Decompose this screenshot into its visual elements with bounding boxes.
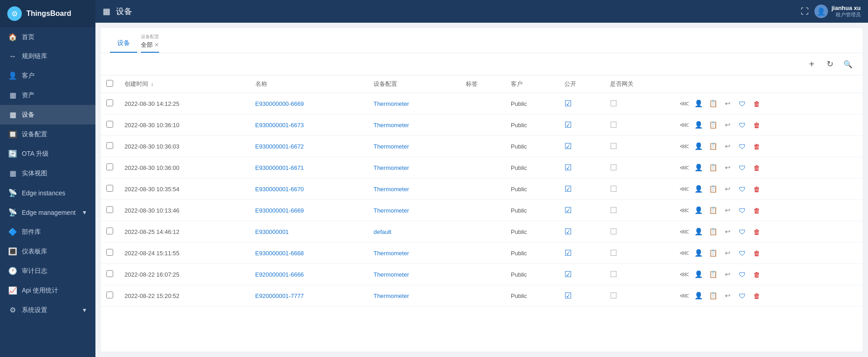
cell-device-config[interactable]: Thermometer (368, 243, 460, 264)
cell-device-name[interactable]: E930000001-6669 (250, 200, 368, 221)
user-menu[interactable]: 👤 jianhua xu 租户管理员 (814, 5, 861, 18)
row-checkbox[interactable] (106, 164, 113, 170)
sidebar-item-customers[interactable]: 👤 客户 (0, 66, 95, 85)
check-connectivity-icon[interactable]: ↩ (722, 290, 734, 302)
sidebar-item-assets[interactable]: ▦ 资产 (0, 85, 95, 105)
delete-icon[interactable]: 🗑 (751, 290, 763, 302)
share-icon[interactable]: ⋘ (678, 140, 690, 152)
assign-customer-icon[interactable]: 👤 (693, 268, 705, 280)
share-icon[interactable]: ⋘ (678, 183, 690, 195)
delete-icon[interactable]: 🗑 (751, 119, 763, 131)
row-checkbox[interactable] (106, 142, 113, 149)
delete-icon[interactable]: 🗑 (751, 268, 763, 280)
sidebar-logo[interactable]: ⚙ ThingsBoard (0, 0, 95, 27)
assign-customer-icon[interactable]: 👤 (693, 140, 705, 152)
sidebar-item-settings[interactable]: ⚙ 系统设置 ▼ (0, 300, 95, 320)
copy-credentials-icon[interactable]: 📋 (708, 140, 719, 152)
cell-device-config[interactable]: Thermometer (368, 200, 460, 221)
manage-credentials-icon[interactable]: 🛡 (737, 162, 748, 174)
cell-device-name[interactable]: E930000001-6671 (250, 157, 368, 178)
share-icon[interactable]: ⋘ (678, 268, 690, 280)
row-checkbox[interactable] (106, 206, 113, 213)
tab-devices[interactable]: 设备 (110, 35, 137, 53)
check-connectivity-icon[interactable]: ↩ (722, 140, 734, 152)
manage-credentials-icon[interactable]: 🛡 (737, 119, 748, 131)
cell-device-name[interactable]: E930000001 (250, 221, 368, 243)
delete-icon[interactable]: 🗑 (751, 226, 763, 238)
sidebar-item-devices[interactable]: ▦ 设备 (0, 105, 95, 124)
cell-device-config[interactable]: Thermometer (368, 264, 460, 285)
cell-device-config[interactable]: Thermometer (368, 136, 460, 157)
sidebar-item-3d-view[interactable]: ▦ 实体视图 (0, 164, 95, 183)
copy-credentials-icon[interactable]: 📋 (708, 183, 719, 195)
fullscreen-icon[interactable]: ⛶ (801, 7, 809, 16)
delete-icon[interactable]: 🗑 (751, 183, 763, 195)
manage-credentials-icon[interactable]: 🛡 (737, 268, 748, 280)
cell-device-config[interactable]: Thermometer (368, 178, 460, 200)
copy-credentials-icon[interactable]: 📋 (708, 247, 719, 259)
delete-icon[interactable]: 🗑 (751, 98, 763, 109)
check-connectivity-icon[interactable]: ↩ (722, 183, 734, 195)
sidebar-item-audit[interactable]: 🕐 审计日志 (0, 261, 95, 281)
assign-customer-icon[interactable]: 👤 (693, 98, 705, 109)
check-connectivity-icon[interactable]: ↩ (722, 204, 734, 216)
filter-clear-button[interactable]: × (155, 41, 159, 49)
row-checkbox[interactable] (106, 292, 113, 298)
copy-credentials-icon[interactable]: 📋 (708, 290, 719, 302)
add-button[interactable]: + (804, 57, 819, 71)
row-checkbox[interactable] (106, 228, 113, 234)
refresh-button[interactable]: ↻ (823, 57, 837, 71)
cell-device-name[interactable]: E930000000-6669 (250, 93, 368, 114)
check-connectivity-icon[interactable]: ↩ (722, 226, 734, 238)
share-icon[interactable]: ⋘ (678, 290, 690, 302)
row-checkbox[interactable] (106, 185, 113, 192)
row-checkbox[interactable] (106, 249, 113, 256)
assign-customer-icon[interactable]: 👤 (693, 162, 705, 174)
share-icon[interactable]: ⋘ (678, 162, 690, 174)
sidebar-item-home[interactable]: 🏠 首页 (0, 27, 95, 47)
assign-customer-icon[interactable]: 👤 (693, 226, 705, 238)
share-icon[interactable]: ⋘ (678, 98, 690, 109)
sidebar-item-edge-management[interactable]: 📡 Edge management ▼ (0, 203, 95, 222)
share-icon[interactable]: ⋘ (678, 247, 690, 259)
assign-customer-icon[interactable]: 👤 (693, 204, 705, 216)
row-checkbox[interactable] (106, 121, 113, 128)
check-connectivity-icon[interactable]: ↩ (722, 162, 734, 174)
assign-customer-icon[interactable]: 👤 (693, 183, 705, 195)
manage-credentials-icon[interactable]: 🛡 (737, 247, 748, 259)
check-connectivity-icon[interactable]: ↩ (722, 268, 734, 280)
cell-device-config[interactable]: Thermometer (368, 157, 460, 178)
manage-credentials-icon[interactable]: 🛡 (737, 183, 748, 195)
assign-customer-icon[interactable]: 👤 (693, 290, 705, 302)
cell-device-name[interactable]: E930000001-6670 (250, 178, 368, 200)
copy-credentials-icon[interactable]: 📋 (708, 119, 719, 131)
manage-credentials-icon[interactable]: 🛡 (737, 140, 748, 152)
cell-device-config[interactable]: default (368, 221, 460, 243)
assign-customer-icon[interactable]: 👤 (693, 247, 705, 259)
sidebar-item-dashboards[interactable]: 🔳 仪表板库 (0, 242, 95, 261)
sidebar-item-device-config[interactable]: 🔲 设备配置 (0, 124, 95, 144)
sidebar-item-api-stats[interactable]: 📈 Api 使用统计 (0, 281, 95, 300)
cell-device-name[interactable]: E930000001-6668 (250, 243, 368, 264)
check-connectivity-icon[interactable]: ↩ (722, 247, 734, 259)
share-icon[interactable]: ⋘ (678, 226, 690, 238)
manage-credentials-icon[interactable]: 🛡 (737, 98, 748, 109)
cell-device-name[interactable]: E920000001-7777 (250, 285, 368, 307)
delete-icon[interactable]: 🗑 (751, 140, 763, 152)
sidebar-item-rules[interactable]: ↔ 规则链库 (0, 47, 95, 66)
manage-credentials-icon[interactable]: 🛡 (737, 226, 748, 238)
sort-icon[interactable]: ↓ (151, 81, 154, 87)
share-icon[interactable]: ⋘ (678, 119, 690, 131)
cell-device-config[interactable]: Thermometer (368, 114, 460, 136)
delete-icon[interactable]: 🗑 (751, 162, 763, 174)
copy-credentials-icon[interactable]: 📋 (708, 268, 719, 280)
sidebar-item-edge-instances[interactable]: 📡 Edge instances (0, 183, 95, 203)
cell-device-config[interactable]: Thermometer (368, 285, 460, 307)
sidebar-item-ota[interactable]: 🔄 OTA 升级 (0, 144, 95, 164)
copy-credentials-icon[interactable]: 📋 (708, 204, 719, 216)
copy-credentials-icon[interactable]: 📋 (708, 226, 719, 238)
check-connectivity-icon[interactable]: ↩ (722, 119, 734, 131)
manage-credentials-icon[interactable]: 🛡 (737, 290, 748, 302)
cell-device-name[interactable]: E930000001-6673 (250, 114, 368, 136)
copy-credentials-icon[interactable]: 📋 (708, 98, 719, 109)
